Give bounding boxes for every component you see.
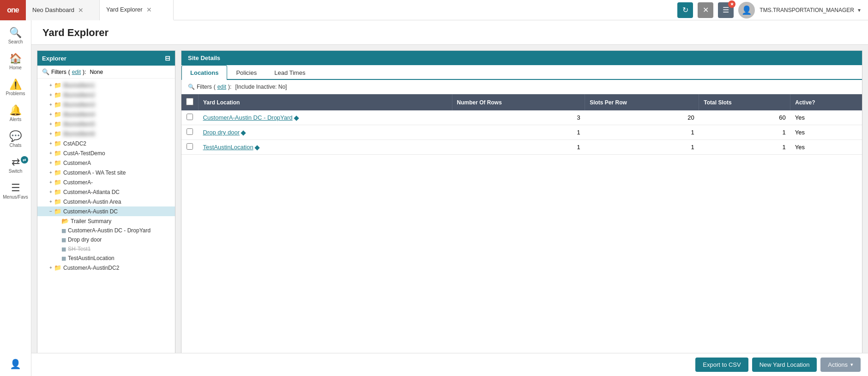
tree-toggle[interactable]: + — [48, 265, 54, 270]
tab-policies[interactable]: Policies — [227, 65, 265, 80]
yard-location-link[interactable]: TestAustinLocation — [203, 144, 253, 151]
sidebar-item-switch[interactable]: ⇄ Switch ⇄ — [0, 153, 31, 177]
tree-toggle[interactable]: + — [48, 102, 54, 107]
row-checkbox[interactable] — [187, 114, 193, 120]
explorer-filter-edit[interactable]: edit — [72, 69, 81, 75]
tab-neo-dashboard[interactable]: Neo Dashboard ✕ — [26, 0, 100, 20]
list-item[interactable]: + 📁 CustA-TestDemo — [37, 148, 175, 158]
folder-icon: 📁 — [54, 179, 61, 186]
list-item[interactable]: + 📁 CustomerA - WA Test site — [37, 168, 175, 177]
tree-area: + 📁 BlurredItem1 + 📁 BlurredItem2 — [37, 79, 175, 364]
list-item[interactable]: + 📁 CustomerA — [37, 158, 175, 168]
sidebar-item-menus[interactable]: ☰ Menus/Favs — [0, 179, 31, 203]
table-body: CustomerA-Austin DC - DropYard32060YesDr… — [181, 110, 862, 155]
sidebar-item-search[interactable]: 🔍 Search — [0, 24, 31, 48]
tree-item-label: CustomerA-AustinDC2 — [63, 265, 172, 271]
list-item[interactable]: + 📁 CstADC2 — [37, 139, 175, 148]
list-item[interactable]: + 📁 BlurredItem3 — [37, 100, 175, 109]
explorer-filters-value: None — [90, 69, 103, 75]
tree-item-label: CustomerA-Austin DC — [63, 208, 172, 215]
content-area: Yard Explorer Explorer ⊟ 🔍 Filters ( edi… — [31, 20, 868, 376]
tab-yard-explorer[interactable]: Yard Explorer ✕ — [100, 0, 174, 20]
row-checkbox[interactable] — [187, 143, 193, 150]
user-dropdown-chevron[interactable]: ▾ — [858, 7, 861, 13]
close-button[interactable]: ✕ — [698, 2, 713, 18]
tab-lead-times[interactable]: Lead Times — [265, 65, 314, 80]
tree-toggle[interactable]: + — [48, 131, 54, 136]
tree-toggle[interactable]: + — [48, 121, 54, 127]
tree-toggle[interactable]: + — [48, 83, 54, 88]
export-csv-button[interactable]: Export to CSV — [695, 358, 748, 372]
actions-button[interactable]: Actions ▾ — [820, 358, 861, 372]
table-row: CustomerA-Austin DC - DropYard32060Yes — [181, 110, 862, 125]
sidebar-item-problems[interactable]: ⚠️ Problems — [0, 76, 31, 100]
list-item[interactable]: + 📁 BlurredItem1 — [37, 80, 175, 90]
explorer-collapse-icon[interactable]: ⊟ — [165, 55, 170, 62]
list-item[interactable]: + 📁 BlurredItem4 — [37, 109, 175, 119]
problems-label: Problems — [6, 91, 25, 96]
tab-locations[interactable]: Locations — [181, 65, 227, 80]
tree-toggle[interactable]: + — [48, 199, 54, 204]
user-name: TMS.TRANSPORTATION_MANAGER — [760, 7, 854, 13]
tree-item-label: CustomerA- — [63, 179, 172, 186]
tree-item-label: BlurredItem5 — [63, 121, 172, 127]
select-all-checkbox[interactable] — [186, 98, 193, 105]
tree-toggle[interactable]: + — [48, 180, 54, 185]
list-item[interactable]: 📂 Trailer Summary — [37, 216, 175, 226]
folder-icon: 📁 — [54, 208, 61, 215]
list-item[interactable]: + 📁 CustomerA-Atlanta DC — [37, 187, 175, 197]
tree-toggle[interactable]: + — [48, 170, 54, 175]
row-indicator-icon — [241, 130, 246, 135]
actions-chevron: ▾ — [850, 362, 853, 368]
home-label: Home — [9, 65, 22, 70]
folder-icon: 📁 — [54, 121, 61, 127]
tree-toggle[interactable]: + — [48, 92, 54, 97]
yard-location-link[interactable]: Drop dry door — [203, 129, 240, 136]
list-item[interactable]: ▦ Drop dry door — [37, 235, 175, 244]
tree-toggle[interactable]: + — [48, 151, 54, 156]
tree-toggle[interactable]: + — [48, 141, 54, 146]
tree-toggle[interactable]: − — [48, 209, 54, 214]
folder-icon: 📁 — [54, 140, 61, 147]
list-item[interactable]: + 📁 CustomerA-Austin Area — [37, 197, 175, 206]
row-checkbox[interactable] — [187, 128, 193, 135]
tab-neo-dashboard-close[interactable]: ✕ — [78, 7, 84, 13]
list-item[interactable]: + 📁 BlurredItem2 — [37, 90, 175, 100]
app-logo[interactable]: one — [0, 0, 26, 20]
explorer-filter-search-icon: 🔍 — [42, 68, 49, 75]
new-yard-location-button[interactable]: New Yard Location — [752, 358, 817, 372]
yard-location-link[interactable]: CustomerA-Austin DC - DropYard — [203, 114, 293, 121]
sidebar-item-home[interactable]: 🏠 Home — [0, 50, 31, 74]
sidebar-item-chats[interactable]: 💬 Chats — [0, 127, 31, 152]
notification-wrapper: ☰ ★ — [718, 2, 734, 18]
tree-toggle[interactable]: + — [48, 112, 54, 117]
tree-scroll-wrapper: + 📁 BlurredItem1 + 📁 BlurredItem2 — [37, 80, 175, 273]
grid-icon: ▦ — [61, 228, 66, 234]
cell-yard-location: Drop dry door — [199, 125, 452, 140]
tree-item-label: BlurredItem1 — [63, 82, 172, 89]
chats-icon: 💬 — [9, 131, 22, 141]
list-item[interactable]: + 📁 BlurredItem5 — [37, 119, 175, 129]
tree-toggle[interactable]: + — [48, 189, 54, 194]
table-filter-edit[interactable]: edit — [217, 84, 226, 90]
list-item[interactable]: + 📁 BlurredItem6 — [37, 129, 175, 139]
cell-total-slots: 1 — [699, 125, 790, 140]
tab-yard-explorer-close[interactable]: ✕ — [146, 6, 152, 13]
list-item[interactable]: ▦ SH-Test1 — [37, 244, 175, 254]
list-item[interactable]: + 📁 CustomerA- — [37, 177, 175, 187]
refresh-button[interactable]: ↻ — [677, 2, 693, 18]
list-item[interactable]: + 📁 CustomerA-AustinDC2 — [37, 263, 175, 273]
cell-num-rows: 1 — [452, 125, 585, 140]
user-area[interactable]: TMS.TRANSPORTATION_MANAGER ▾ — [760, 7, 861, 13]
list-item[interactable]: ▦ CustomerA-Austin DC - DropYard — [37, 226, 175, 235]
folder-icon: 📁 — [54, 264, 61, 271]
sidebar-item-alerts[interactable]: 🔔 Alerts — [0, 102, 31, 126]
cell-num-rows: 3 — [452, 110, 585, 125]
tab-neo-dashboard-label: Neo Dashboard — [32, 6, 74, 13]
folder-icon: 📁 — [54, 101, 61, 108]
list-item[interactable]: ▦ TestAustinLocation — [37, 254, 175, 263]
main-layout: 🔍 Search 🏠 Home ⚠️ Problems 🔔 Alerts 💬 C… — [0, 20, 868, 376]
sidebar-item-profile[interactable]: 👤 — [7, 356, 24, 372]
list-item[interactable]: − 📁 CustomerA-Austin DC — [37, 206, 175, 216]
tree-toggle[interactable]: + — [48, 160, 54, 165]
